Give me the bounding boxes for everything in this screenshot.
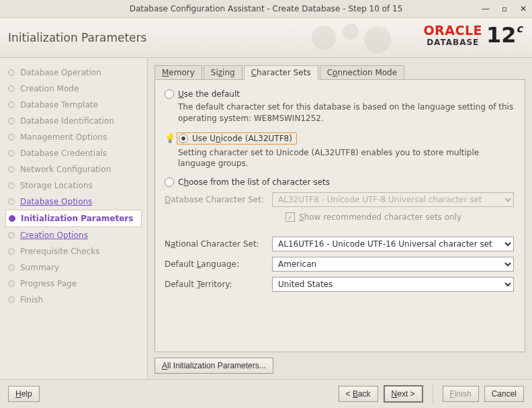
terr-select[interactable]: United States xyxy=(272,277,514,292)
radio-use-unicode-label: Use Unicode (AL32UTF8) xyxy=(192,134,292,143)
wizard-footer: Help < Back Next > Finish Cancel xyxy=(0,379,532,408)
brand-logo: ORACLE DATABASE 12c xyxy=(423,22,523,48)
checkbox-icon: ✓ xyxy=(285,212,295,222)
main-panel: Memory Sizing Character Sets Connection … xyxy=(148,58,532,379)
close-icon[interactable]: ✕ xyxy=(519,4,528,13)
page-title: Initialization Parameters xyxy=(8,31,146,44)
step-management-options: Management Options xyxy=(5,129,142,145)
param-tabs: Memory Sizing Character Sets Connection … xyxy=(148,58,532,79)
lightbulb-icon: 💡 xyxy=(165,133,175,143)
radio-use-default[interactable]: Use the default xyxy=(165,89,515,99)
step-storage-locations: Storage Locations xyxy=(5,177,142,194)
brand-oracle-text: ORACLE xyxy=(423,24,482,37)
character-sets-panel: Use the default The default character se… xyxy=(154,79,525,352)
finish-button: Finish xyxy=(443,386,479,402)
step-progress-page: Progress Page xyxy=(5,276,142,292)
window-title: Database Configuration Assistant - Creat… xyxy=(130,4,403,13)
dbca-window: Database Configuration Assistant - Creat… xyxy=(0,0,532,408)
step-summary: Summary xyxy=(5,259,142,276)
tab-memory-label: M xyxy=(162,68,169,77)
ncs-label: National Character Set: xyxy=(165,239,272,249)
step-finish: Finish xyxy=(5,292,142,308)
svg-point-1 xyxy=(343,24,359,40)
minimize-icon[interactable]: — xyxy=(481,4,490,13)
brand-version: 12c xyxy=(486,22,523,48)
use-default-desc: The default character set for this datab… xyxy=(178,101,515,124)
step-prerequisite-checks: Prerequisite Checks xyxy=(5,243,142,259)
step-database-operation: Database Operation xyxy=(5,65,142,81)
lang-label: Default Language: xyxy=(165,259,272,269)
radio-icon xyxy=(165,177,174,187)
show-reco-row: ✓ Show recommended character sets only xyxy=(285,212,515,222)
body: Database Operation Creation Mode Databas… xyxy=(0,58,532,379)
radio-icon xyxy=(165,89,174,99)
radio-choose-list[interactable]: Choose from the list of character sets xyxy=(165,177,515,187)
tab-charsets-label: C xyxy=(251,68,257,77)
help-button[interactable]: Help xyxy=(8,386,40,402)
title-bar: Database Configuration Assistant - Creat… xyxy=(0,0,532,18)
window-controls: — ▫ ✕ xyxy=(481,0,528,17)
banner: Initialization Parameters ORACLE DATABAS… xyxy=(0,18,532,58)
radio-use-unicode-wrap: 💡 Use Unicode (AL32UTF8) xyxy=(165,132,297,145)
terr-row: Default Territory: United States xyxy=(165,277,515,292)
svg-point-2 xyxy=(364,26,391,53)
all-params-area: All Initialization Parameters... xyxy=(148,358,532,379)
radio-icon xyxy=(179,134,188,143)
step-database-options[interactable]: Database Options xyxy=(5,194,142,210)
wizard-steps-sidebar: Database Operation Creation Mode Databas… xyxy=(0,58,148,379)
tab-sizing[interactable]: Sizing xyxy=(204,65,242,80)
step-database-template: Database Template xyxy=(5,97,142,113)
step-creation-mode: Creation Mode xyxy=(5,81,142,97)
cancel-button[interactable]: Cancel xyxy=(484,386,524,402)
maximize-icon[interactable]: ▫ xyxy=(500,4,509,13)
terr-label: Default Territory: xyxy=(165,280,272,289)
back-button[interactable]: < Back xyxy=(339,386,378,402)
dbcs-label: Database Character Set: xyxy=(165,195,272,204)
step-network-configuration: Network Configuration xyxy=(5,161,142,177)
separator xyxy=(433,385,433,403)
lang-select[interactable]: American xyxy=(272,257,514,272)
radio-use-unicode[interactable]: Use Unicode (AL32UTF8) xyxy=(179,134,292,143)
ncs-row: National Character Set: AL16UTF16 - Unic… xyxy=(165,237,515,251)
tab-connection-mode[interactable]: Connection Mode xyxy=(320,65,404,80)
step-creation-options[interactable]: Creation Options xyxy=(5,227,142,243)
show-reco-label: Show recommended character sets only xyxy=(299,212,461,222)
brand-database-text: DATABASE xyxy=(427,38,479,46)
step-database-identification: Database Identification xyxy=(5,113,142,129)
dbcs-select: AL32UTF8 - Unicode UTF-8 Universal chara… xyxy=(272,192,514,207)
ncs-select[interactable]: AL16UTF16 - Unicode UTF-16 Universal cha… xyxy=(272,237,514,251)
tab-character-sets[interactable]: Character Sets xyxy=(244,65,318,80)
radio-choose-list-label: Choose from the list of character sets xyxy=(178,177,330,187)
svg-point-0 xyxy=(312,26,336,50)
gears-decoration-icon xyxy=(304,19,411,56)
all-init-params-button[interactable]: All Initialization Parameters... xyxy=(154,358,273,374)
step-database-credentials: Database Credentials xyxy=(5,145,142,161)
tab-memory[interactable]: Memory xyxy=(154,65,202,80)
next-button[interactable]: Next > xyxy=(384,385,423,403)
lang-row: Default Language: American xyxy=(165,257,515,272)
step-initialization-parameters[interactable]: Initialization Parameters xyxy=(5,210,142,227)
radio-use-default-label: Use the default xyxy=(178,89,240,99)
dbcs-row: Database Character Set: AL32UTF8 - Unico… xyxy=(165,192,515,207)
use-unicode-desc: Setting character set to Unicode (AL32UT… xyxy=(178,147,515,170)
